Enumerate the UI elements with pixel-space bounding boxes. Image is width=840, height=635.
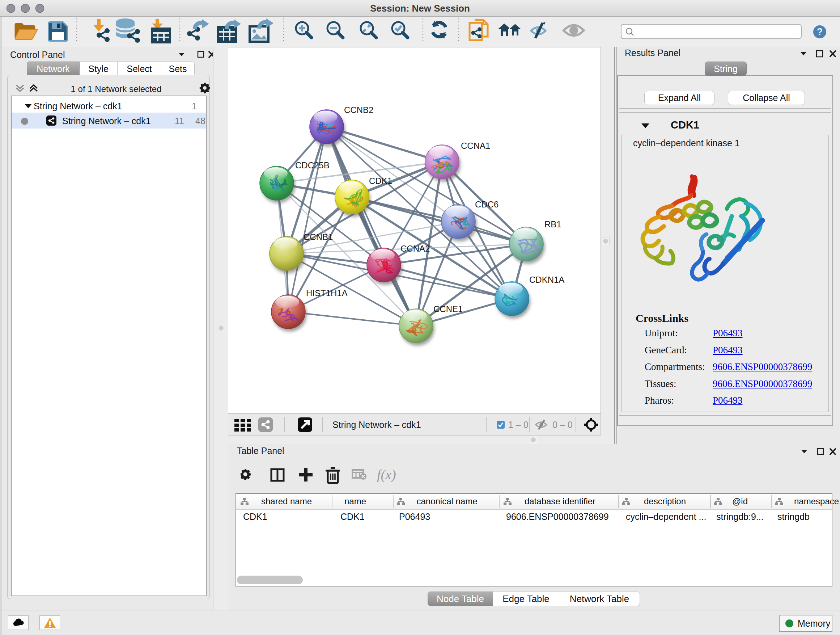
svg-text:CCNB2: CCNB2 bbox=[344, 105, 373, 115]
svg-text:CCNA2: CCNA2 bbox=[401, 244, 430, 253]
svg-text:CDK1: CDK1 bbox=[369, 176, 392, 186]
svg-text:CCNB1: CCNB1 bbox=[303, 232, 333, 242]
svg-text:CDC25B: CDC25B bbox=[295, 160, 330, 170]
svg-text:1 – 0: 1 – 0 bbox=[508, 420, 529, 430]
svg-text:String Network – cdk1: String Network – cdk1 bbox=[332, 420, 421, 430]
svg-text:CDKN1A: CDKN1A bbox=[529, 275, 564, 285]
svg-text:f(x): f(x) bbox=[377, 467, 396, 483]
svg-text:CCNA1: CCNA1 bbox=[461, 141, 490, 150]
svg-text:CCNE1: CCNE1 bbox=[433, 304, 463, 314]
svg-text:0 – 0: 0 – 0 bbox=[553, 420, 573, 430]
svg-text:CDC6: CDC6 bbox=[475, 200, 499, 209]
svg-text:HIST1H1A: HIST1H1A bbox=[306, 288, 347, 298]
svg-text:RB1: RB1 bbox=[545, 219, 561, 229]
